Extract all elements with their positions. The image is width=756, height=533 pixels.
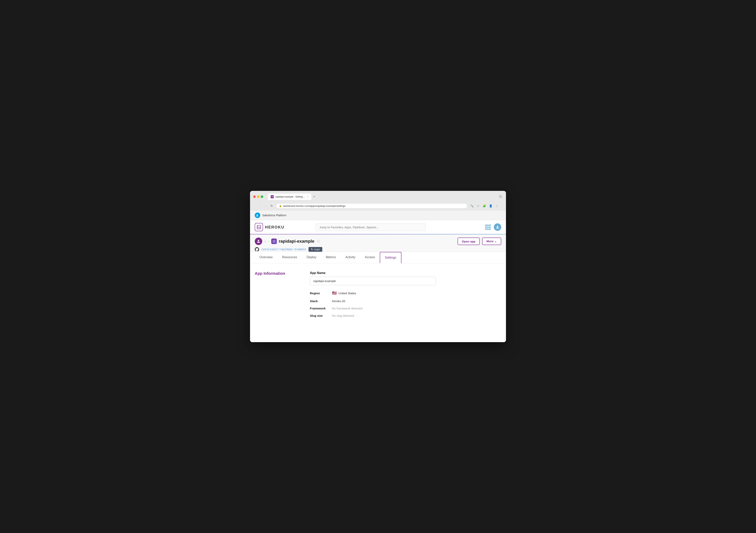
app-subheader: catalinpit/rapidapi-example ↻ main	[255, 247, 501, 252]
menu-button[interactable]: ⋮	[494, 203, 500, 209]
tab-metrics[interactable]: Metrics	[321, 252, 341, 263]
branch-name: main	[314, 248, 320, 251]
maximize-window-button[interactable]	[261, 195, 263, 198]
tab-activity[interactable]: Activity	[341, 252, 360, 263]
branch-badge: ↻ main	[309, 247, 322, 252]
tab-resources[interactable]: Resources	[277, 252, 302, 263]
app-breadcrumb: ◇ › rapidapi-example ☆ Open app More ⌄	[255, 238, 501, 245]
main-content: App Information App Name Region 🇺🇸 Unite…	[250, 263, 506, 342]
minimize-window-button[interactable]	[257, 195, 259, 198]
global-search-input[interactable]	[315, 223, 426, 231]
browser-controls: H rapidapi-example · Settings | H × +	[253, 193, 503, 200]
slug-size-label: Slug size	[310, 314, 326, 317]
tab-overview[interactable]: Overview	[255, 252, 277, 263]
extensions-button[interactable]: 🧩	[482, 203, 487, 209]
stack-label: Stack	[310, 299, 326, 303]
breadcrumb-chevron-2: ›	[268, 240, 269, 243]
us-flag-icon: 🇺🇸	[332, 291, 337, 295]
slug-size-text: No slug detected	[332, 314, 354, 317]
app-info-grid: Region 🇺🇸 United States Stack heroku-20 …	[310, 291, 436, 317]
back-button[interactable]: ←	[256, 203, 262, 209]
search-button[interactable]: 🔍	[469, 203, 474, 209]
browser-actions: 🔍 ☆ 🧩 👤 ⋮	[469, 203, 500, 209]
user-breadcrumb-avatar[interactable]	[255, 238, 262, 245]
section-body: App Name Region 🇺🇸 United States Stack h…	[310, 271, 436, 334]
heroku-nav-actions	[485, 223, 501, 231]
repo-link[interactable]: catalinpit/rapidapi-example	[261, 248, 306, 251]
app-name-heading: rapidapi-example	[279, 239, 314, 244]
app-header: ◇ › rapidapi-example ☆ Open app More ⌄ c…	[250, 235, 506, 252]
tab-deploy[interactable]: Deploy	[302, 252, 321, 263]
stack-text: heroku-20	[332, 299, 345, 303]
open-app-button[interactable]: Open app	[458, 238, 480, 245]
framework-label: Framework	[310, 307, 326, 310]
framework-value: No framework detected	[332, 307, 436, 310]
traffic-lights	[253, 195, 263, 198]
region-value: 🇺🇸 United States	[332, 291, 436, 295]
reload-button[interactable]: ↻	[269, 203, 274, 209]
breadcrumb-chevron-1: ◇	[264, 240, 266, 243]
active-tab[interactable]: H rapidapi-example · Settings | H ×	[268, 194, 311, 200]
framework-text: No framework detected	[332, 307, 363, 310]
section-title: App Information	[255, 271, 298, 276]
heroku-logo-text: HEROKU	[265, 225, 284, 230]
profile-button[interactable]: 👤	[488, 203, 493, 209]
tab-favicon: H	[271, 195, 274, 198]
tab-access[interactable]: Access	[360, 252, 380, 263]
sync-icon: ↻	[311, 248, 313, 251]
address-bar[interactable]: 🔒 dashboard.heroku.com/apps/rapidapi-exa…	[276, 203, 467, 209]
browser-tabs: H rapidapi-example · Settings | H × +	[268, 193, 497, 200]
tab-title: rapidapi-example · Settings | H	[275, 195, 306, 198]
region-text: United States	[338, 292, 356, 295]
stack-value: heroku-20	[332, 299, 436, 303]
url-text: dashboard.heroku.com/apps/rapidapi-examp…	[283, 205, 345, 208]
app-name-label: App Name	[310, 271, 436, 275]
breadcrumb-actions: Open app More ⌄	[458, 238, 501, 245]
bookmark-button[interactable]: ☆	[475, 203, 481, 209]
close-window-button[interactable]	[253, 195, 256, 198]
heroku-logo-icon	[255, 223, 263, 231]
tab-close-button[interactable]: ×	[307, 196, 309, 198]
app-name-input[interactable]	[310, 277, 436, 285]
lock-icon: 🔒	[279, 205, 282, 207]
heroku-logo[interactable]: HEROKU	[255, 223, 284, 231]
more-button[interactable]: More ⌄	[482, 238, 501, 245]
favorite-star-button[interactable]: ☆	[316, 239, 320, 244]
browser-titlebar: H rapidapi-example · Settings | H × + ← …	[250, 191, 506, 210]
new-tab-button[interactable]: +	[311, 193, 317, 200]
page-content: Salesforce Platform HEROKU	[250, 210, 506, 342]
nav-buttons: ← → ↻	[256, 203, 274, 209]
apps-grid-button[interactable]	[485, 225, 491, 230]
nav-tabs: Overview Resources Deploy Metrics Activi…	[250, 252, 506, 263]
salesforce-logo	[255, 212, 260, 218]
salesforce-banner: Salesforce Platform	[250, 210, 506, 220]
app-icon	[271, 238, 277, 244]
browser-window: H rapidapi-example · Settings | H × + ← …	[250, 191, 506, 342]
region-label: Region	[310, 292, 326, 295]
section-sidebar: App Information	[255, 271, 298, 334]
heroku-search	[315, 223, 426, 231]
app-name-group: App Name	[310, 271, 436, 285]
heroku-navbar: HEROKU	[250, 220, 506, 235]
user-avatar-button[interactable]	[494, 223, 501, 231]
salesforce-text: Salesforce Platform	[262, 214, 286, 217]
browser-addressbar: ← → ↻ 🔒 dashboard.heroku.com/apps/rapida…	[253, 202, 503, 210]
github-icon	[255, 247, 259, 252]
browser-settings-icon[interactable]	[499, 195, 502, 198]
tab-settings[interactable]: Settings	[380, 252, 401, 263]
forward-button[interactable]: →	[263, 203, 268, 209]
slug-size-value: No slug detected	[332, 314, 436, 317]
